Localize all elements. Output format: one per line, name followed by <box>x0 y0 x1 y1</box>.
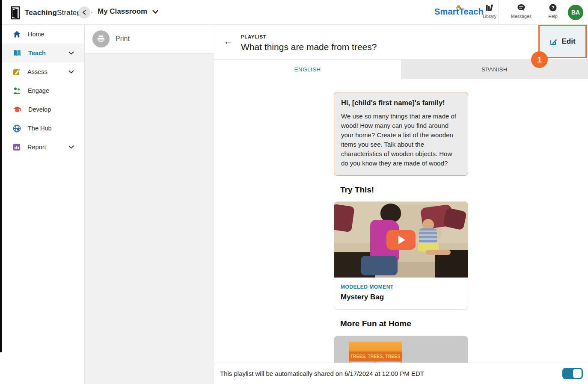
child-figure-legs <box>426 250 451 255</box>
annotation-badge: 1 <box>531 51 548 68</box>
sidebar-item-teach[interactable]: Teach <box>0 44 84 62</box>
bar-chart-icon <box>13 143 21 151</box>
share-footer: This playlist will be automatically shar… <box>214 363 588 384</box>
library-icon <box>485 3 494 12</box>
book-cover: TREES, TREES, TREES <box>349 342 402 363</box>
help-label: Help <box>548 14 558 19</box>
edit-icon <box>549 38 558 46</box>
app-window: TeachingStrategies· My Classroom SmartTe… <box>0 0 588 384</box>
messages-icon <box>517 3 526 12</box>
sidebar-item-report[interactable]: Report <box>0 138 84 157</box>
library-button[interactable]: Library <box>478 3 501 19</box>
sidebar-item-label: Engage <box>28 87 49 94</box>
sidebar-item-engage[interactable]: Engage <box>0 81 84 100</box>
chevron-left-icon <box>82 10 86 15</box>
back-button[interactable]: ← <box>223 36 234 46</box>
print-button[interactable]: Print <box>85 25 214 53</box>
people-icon <box>13 87 21 95</box>
child-figure-body <box>419 228 437 245</box>
chevron-down-icon <box>152 10 158 14</box>
sidebar-item-label: Assess <box>27 68 48 75</box>
library-label: Library <box>483 14 496 19</box>
toggle-knob <box>573 369 582 378</box>
main-content: ← PLAYLIST What things are made from tre… <box>214 25 588 384</box>
playlist-header: ← PLAYLIST What things are made from tre… <box>214 25 588 60</box>
smartteach-sparkle-icon <box>457 5 460 8</box>
left-edge-strip <box>0 0 2 352</box>
user-avatar[interactable]: BA <box>568 5 583 20</box>
messages-label: Messages <box>511 14 532 19</box>
classroom-selector[interactable]: My Classroom <box>98 7 158 16</box>
book-title-band: TREES, TREES, TREES <box>349 352 402 361</box>
annotation-box: Edit <box>538 25 587 58</box>
door-logo-icon <box>9 6 21 20</box>
edit-label: Edit <box>561 37 575 46</box>
avatar-initials: BA <box>571 9 580 16</box>
main-sidebar: Home Teach Assess <box>0 25 84 384</box>
tab-english[interactable]: ENGLISH <box>214 60 401 79</box>
video-card[interactable]: MODELED MOMENT Mystery Bag <box>334 201 468 310</box>
video-title: Mystery Bag <box>341 293 461 301</box>
print-label: Print <box>116 35 130 43</box>
annotation-badge-number: 1 <box>537 55 542 65</box>
sidebar-item-label: Home <box>28 31 45 38</box>
video-category: MODELED MOMENT <box>341 284 461 290</box>
adult-figure-legs <box>361 256 398 275</box>
sidebar-divider <box>84 0 85 384</box>
help-icon: ? <box>548 3 558 12</box>
svg-text:?: ? <box>552 5 555 10</box>
pencil-icon <box>13 68 21 76</box>
play-icon <box>398 236 405 244</box>
smartteach-label: SmartTeach <box>434 7 484 16</box>
sidebar-item-develop[interactable]: Develop <box>0 100 84 119</box>
chevron-down-icon <box>68 70 74 74</box>
family-card-title: Hi, [child's first name]'s family! <box>341 99 461 107</box>
tab-english-label: ENGLISH <box>294 66 321 73</box>
book-icon <box>13 49 21 57</box>
home-icon <box>13 30 21 38</box>
family-card-body: We use so many things that are made of w… <box>341 112 461 168</box>
book-card[interactable]: TREES, TREES, TREES <box>334 336 468 363</box>
family-message-card: Hi, [child's first name]'s family! We us… <box>334 92 468 176</box>
play-button[interactable] <box>386 230 416 250</box>
tab-spanish-label: SPANISH <box>481 66 508 73</box>
more-fun-heading: More Fun at Home <box>334 319 468 328</box>
pillow-left <box>334 204 355 233</box>
tab-spanish[interactable]: SPANISH <box>401 60 588 79</box>
top-bar: TeachingStrategies· My Classroom SmartTe… <box>0 0 588 25</box>
help-button[interactable]: ? Help <box>542 3 564 19</box>
sidebar-item-label: Develop <box>28 106 51 113</box>
playlist-scroll-area[interactable]: Hi, [child's first name]'s family! We us… <box>214 79 588 363</box>
share-text: This playlist will be automatically shar… <box>220 370 424 377</box>
collapse-panel-button[interactable] <box>78 6 90 18</box>
sidebar-item-home[interactable]: Home <box>0 25 84 44</box>
print-icon <box>92 30 110 47</box>
book-title: TREES, TREES, TREES <box>350 354 401 359</box>
auto-share-toggle[interactable] <box>562 368 583 379</box>
grad-cap-icon <box>13 106 21 113</box>
chevron-down-icon <box>68 145 74 149</box>
playlist-kicker: PLAYLIST <box>241 34 266 39</box>
playlist-tools-panel: Print <box>85 25 214 384</box>
video-thumbnail[interactable] <box>334 202 468 278</box>
sidebar-item-label: The Hub <box>28 125 52 132</box>
globe-icon <box>13 124 21 133</box>
topbar-nav: Library Messages ? Help <box>478 3 564 19</box>
try-this-heading: Try This! <box>334 185 468 195</box>
chevron-down-icon <box>68 51 74 55</box>
messages-button[interactable]: Messages <box>510 3 532 19</box>
smartteach-logo: SmartTeach <box>434 7 484 17</box>
edit-button[interactable]: Edit <box>540 26 585 57</box>
classroom-label: My Classroom <box>98 7 147 16</box>
playlist-title: What things are made from trees? <box>241 42 377 52</box>
brand-bold: Teaching <box>25 9 57 17</box>
sidebar-item-the-hub[interactable]: The Hub <box>0 119 84 138</box>
sidebar-item-label: Report <box>27 144 46 151</box>
sidebar-item-label: Teach <box>28 50 46 56</box>
sidebar-item-assess[interactable]: Assess <box>0 62 84 81</box>
video-meta: MODELED MOMENT Mystery Bag <box>334 278 468 309</box>
